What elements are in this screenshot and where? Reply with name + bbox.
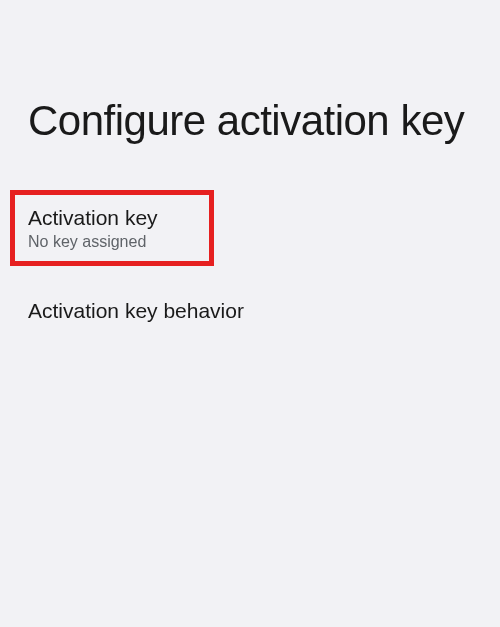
setting-activation-key-behavior[interactable]: Activation key behavior <box>0 283 500 338</box>
setting-activation-key-behavior-title: Activation key behavior <box>28 297 472 324</box>
setting-activation-key[interactable]: Activation key No key assigned <box>0 190 500 265</box>
page-title: Configure activation key <box>0 0 500 148</box>
setting-activation-key-title: Activation key <box>28 204 472 231</box>
setting-activation-key-subtitle: No key assigned <box>28 233 472 251</box>
settings-list: Activation key No key assigned Activatio… <box>0 190 500 339</box>
